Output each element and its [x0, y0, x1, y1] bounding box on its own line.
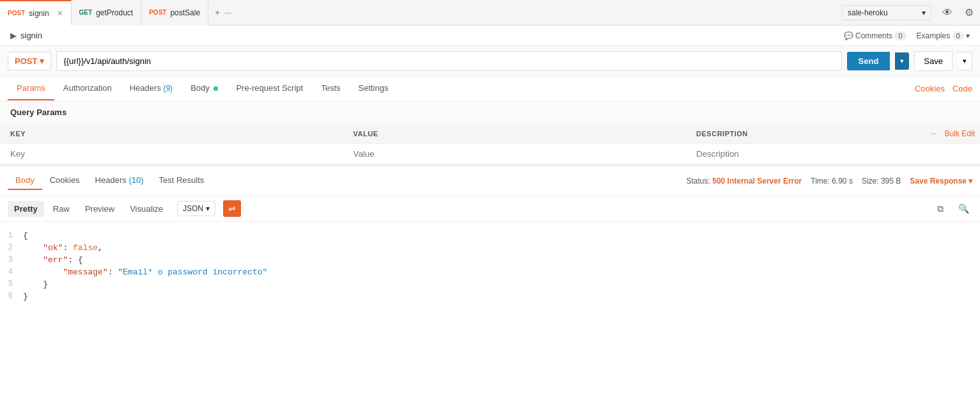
response-tab-cookies[interactable]: Cookies [42, 171, 88, 190]
env-name: sale-heroku [848, 8, 888, 17]
code-link[interactable]: Code [953, 84, 972, 93]
code-key-ok: "ok" [43, 243, 63, 253]
url-input[interactable] [56, 51, 841, 71]
format-bar: Pretty Raw Preview Visualize JSON ▾ ⇌ ⧉ … [0, 196, 980, 222]
header-right: sale-heroku ▾ 👁 ⚙ [842, 2, 980, 24]
params-table: KEY VALUE DESCRIPTION ··· Bulk Edit [0, 124, 980, 164]
comments-examples-area: 💬 Comments 0 Examples 0 ▾ [844, 31, 970, 40]
save-response-button[interactable]: Save Response ▾ [910, 177, 972, 186]
bulk-edit-button[interactable]: Bulk Edit [945, 129, 975, 138]
param-value-input-cell [343, 144, 687, 164]
eye-icon-button[interactable]: 👁 [937, 2, 958, 24]
send-button[interactable]: Send [847, 52, 891, 70]
tab-signin-name: signin [29, 9, 49, 18]
param-key-input[interactable] [10, 149, 333, 159]
tab-authorization[interactable]: Authorization [54, 77, 121, 100]
code-key-message: "message" [63, 267, 107, 277]
method-chevron-icon: ▾ [40, 56, 44, 66]
param-description-input[interactable] [696, 149, 876, 159]
comments-button[interactable]: 💬 Comments 0 [844, 31, 906, 40]
tab-bar: POST signin ✕ GET getProduct POST postSa… [0, 0, 980, 26]
tabs-right-area: Cookies Code [915, 84, 972, 93]
col-key: KEY [0, 124, 343, 144]
request-name-bar: ▶ signin 💬 Comments 0 Examples 0 ▾ [0, 26, 980, 46]
code-line-3: 3 "err": { [0, 254, 980, 266]
tab-postsale[interactable]: POST postSale [141, 0, 208, 26]
response-meta: Status: 500 Internal Server Error Time: … [687, 177, 973, 186]
param-key-input-cell [0, 144, 343, 164]
save-button[interactable]: Save [914, 51, 953, 71]
body-dot-indicator [214, 86, 218, 91]
tab-getproduct[interactable]: GET getProduct [72, 0, 142, 26]
status-value: 500 Internal Server Error [712, 177, 802, 186]
search-icon-button[interactable]: 🔍 [954, 200, 972, 218]
request-name: signin [20, 31, 42, 40]
response-bar: Body Cookies Headers (10) Test Results S… [0, 164, 980, 196]
save-dropdown-button[interactable]: ▾ [958, 52, 972, 70]
code-line-4: 4 "message": "Email* o password incorrec… [0, 266, 980, 278]
table-row [0, 144, 980, 164]
format-tab-raw[interactable]: Raw [47, 201, 76, 217]
tab-postsale-method: POST [149, 9, 166, 16]
size-value: 395 B [881, 177, 901, 186]
param-description-input-cell [686, 144, 887, 164]
code-key-err: "err" [43, 255, 68, 265]
params-more-icon[interactable]: ··· [930, 130, 937, 138]
gear-icon-button[interactable]: ⚙ [958, 2, 980, 24]
response-tab-test-results[interactable]: Test Results [152, 171, 212, 190]
format-chevron-icon: ▾ [206, 204, 210, 213]
tab-params[interactable]: Params [8, 77, 54, 100]
col-description: DESCRIPTION [686, 124, 887, 144]
request-tabs-row: Params Authorization Headers (9) Body Pr… [0, 77, 980, 101]
time-value: 6.90 s [832, 177, 853, 186]
send-dropdown-button[interactable]: ▾ [895, 52, 909, 70]
response-tab-headers[interactable]: Headers (10) [88, 171, 152, 190]
param-value-input[interactable] [354, 149, 676, 159]
examples-chevron-icon: ▾ [966, 31, 970, 40]
col-value: VALUE [343, 124, 687, 144]
code-val-message: "Email* o password incorrecto" [118, 267, 267, 277]
tab-body[interactable]: Body [182, 77, 227, 100]
wrap-button[interactable]: ⇌ [223, 200, 241, 217]
url-bar: POST ▾ Send ▾ Save ▾ [0, 46, 980, 77]
format-tab-visualize[interactable]: Visualize [123, 201, 169, 217]
time-label: Time: 6.90 s [811, 177, 853, 186]
query-params-header: Query Params [0, 101, 980, 124]
code-val-ok: false [73, 243, 98, 253]
tab-postsale-name: postSale [170, 8, 200, 17]
tab-tests[interactable]: Tests [312, 77, 349, 100]
method-selector[interactable]: POST ▾ [8, 52, 51, 70]
tab-signin-close[interactable]: ✕ [57, 9, 63, 18]
status-label: Status: 500 Internal Server Error [687, 177, 802, 186]
code-area: 1 { 2 "ok": false, 3 "err": { 4 "message… [0, 222, 980, 324]
cookies-link[interactable]: Cookies [915, 84, 945, 93]
code-line-5: 5 } [0, 278, 980, 290]
tab-signin-method: POST [8, 10, 25, 17]
tab-getproduct-name: getProduct [96, 8, 133, 17]
format-type-selector[interactable]: JSON ▾ [177, 201, 215, 216]
method-label: POST [15, 56, 37, 66]
code-line-6: 6 } [0, 290, 980, 303]
environment-selector[interactable]: sale-heroku ▾ [842, 5, 931, 20]
save-response-chevron-icon: ▾ [968, 177, 972, 186]
format-bar-right: ⧉ 🔍 [931, 200, 972, 218]
tab-getproduct-method: GET [79, 9, 93, 16]
col-actions: ··· Bulk Edit [887, 124, 980, 144]
copy-icon-button[interactable]: ⧉ [931, 200, 949, 218]
response-tab-body[interactable]: Body [8, 171, 42, 190]
code-line-1: 1 { [0, 230, 980, 242]
code-line-2: 2 "ok": false, [0, 242, 980, 254]
format-tab-pretty[interactable]: Pretty [8, 201, 44, 217]
tab-headers[interactable]: Headers (9) [121, 77, 182, 100]
tab-pre-request[interactable]: Pre-request Script [227, 77, 312, 100]
format-tab-preview[interactable]: Preview [79, 201, 121, 217]
chevron-down-icon: ▾ [922, 8, 926, 17]
examples-count: 0 [953, 31, 964, 40]
size-label: Size: 395 B [862, 177, 901, 186]
tab-add-button[interactable]: + ··· [208, 8, 238, 17]
comments-count: 0 [894, 31, 906, 40]
examples-button[interactable]: Examples 0 ▾ [917, 31, 970, 40]
tab-settings[interactable]: Settings [350, 77, 398, 100]
tab-signin[interactable]: POST signin ✕ [0, 0, 72, 26]
expand-arrow-icon[interactable]: ▶ [10, 31, 17, 40]
